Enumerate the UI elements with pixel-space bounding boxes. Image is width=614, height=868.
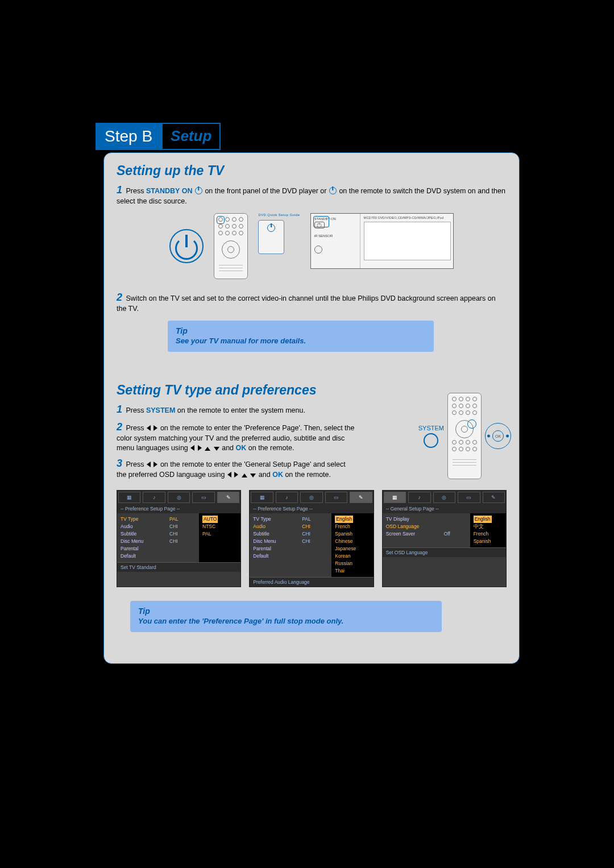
standby-on-text: STANDBY ON xyxy=(146,187,193,195)
section2: Setting TV type and preferences 1 Press … xyxy=(117,383,507,632)
ok-center-icon: OK xyxy=(492,430,504,442)
right-arrow-icon xyxy=(154,462,157,467)
osd-tab-icon: ▭ xyxy=(192,492,214,503)
ok-text: OK xyxy=(272,471,283,479)
osd-labels: TV Type Audio Subtitle Disc Menu Parenta… xyxy=(117,513,166,562)
osd-tab-icon: ♪ xyxy=(408,492,430,503)
osd-header: -- Preference Setup Page -- xyxy=(117,504,240,513)
up-arrow-icon xyxy=(242,474,247,477)
ok-text: OK xyxy=(236,444,247,452)
osd-tab-icon: ◎ xyxy=(168,492,190,503)
section1-illustration: DVD Quick Setup Guide STANDBY-ON iR SENS… xyxy=(117,213,507,279)
osd-footer: Set TV Standard xyxy=(117,562,240,572)
step-badge-right: Setup xyxy=(161,123,221,150)
ir-sensor-icon xyxy=(314,246,322,254)
osd-tab-icon: ▦ xyxy=(384,492,406,503)
left-arrow-icon xyxy=(190,445,194,451)
tip-body: See your TV manual for more details. xyxy=(176,337,426,345)
osd-values: PAL CHI CHI CHI xyxy=(298,513,331,577)
section1-step2: 2 Switch on the TV set and set to the co… xyxy=(117,290,507,314)
right-arrow-icon xyxy=(234,472,238,477)
step-number-3: 3 xyxy=(117,458,122,469)
left-arrow-icon xyxy=(147,462,151,467)
osd-preference-audio: ▦ ♪ ◎ ▭ ✎ -- Preference Setup Page -- TV… xyxy=(249,490,374,587)
osd-tab-icon: ▦ xyxy=(251,492,273,503)
osd-row: ▦ ♪ ◎ ▭ ✎ -- Preference Setup Page -- TV… xyxy=(117,490,507,587)
osd-tab-icon: ▭ xyxy=(325,492,347,503)
step-badge-left: Step B xyxy=(96,123,161,150)
step-number-2: 2 xyxy=(117,292,122,303)
osd-tab-icon: ◎ xyxy=(300,492,322,503)
dvd-standby-highlight xyxy=(313,216,329,227)
osd-options: English 中文 French Spanish xyxy=(470,513,506,547)
osd-labels: TV Display OSD Language Screen Saver xyxy=(383,513,441,547)
remote-illustration xyxy=(447,393,482,479)
remote-illustration xyxy=(214,213,248,279)
osd-general-osdlang: ▦ ♪ ◎ ▭ ✎ -- General Setup Page -- TV Di… xyxy=(382,490,507,587)
remote-power-highlight xyxy=(217,216,225,224)
tip-title: Tip xyxy=(138,607,434,616)
power-icon xyxy=(195,187,202,194)
dvd-display xyxy=(364,222,451,260)
ok-ring-illustration: OK xyxy=(485,423,511,449)
osd-tab-icon: ◎ xyxy=(433,492,455,503)
osd-tab-icon: ✎ xyxy=(483,492,505,503)
osd-values: Off xyxy=(441,513,470,547)
step-badge: Step B Setup xyxy=(96,123,221,150)
osd-footer: Preferred Audio Language xyxy=(250,577,373,587)
osd-options: English French Spanish Chinese Japanese … xyxy=(331,513,373,577)
down-arrow-icon xyxy=(250,474,256,477)
remote-closeup: DVD Quick Setup Guide xyxy=(258,213,300,254)
section2-step1: 1 Press SYSTEM on the remote to enter th… xyxy=(117,402,355,416)
system-button-highlight xyxy=(467,420,476,429)
left-arrow-icon xyxy=(227,472,231,477)
system-button-icon xyxy=(424,433,438,448)
system-text: SYSTEM xyxy=(146,406,175,414)
step-number-1: 1 xyxy=(117,404,122,415)
remote-system-illustration: SYSTEM xyxy=(418,393,511,479)
dvd-model-label: MCD700 DVD/VIDEO,CD/MP3-CD/WMA/JPEG,iPod xyxy=(364,216,450,219)
tip-title: Tip xyxy=(176,326,426,335)
osd-header: -- Preference Setup Page -- xyxy=(250,504,373,513)
step-number-2: 2 xyxy=(117,421,122,433)
left-arrow-icon xyxy=(147,425,151,431)
dvd-ir-label: iR SENSOR xyxy=(314,234,356,238)
osd-labels: TV Type Audio Subtitle Disc Menu Parenta… xyxy=(250,513,298,577)
tip-body: You can enter the 'Preference Page' in f… xyxy=(138,617,434,625)
osd-tab-icon: ✎ xyxy=(350,492,372,503)
tip-box-2: Tip You can enter the 'Preference Page' … xyxy=(130,601,442,632)
power-icon xyxy=(329,187,337,194)
osd-tab-icon: ♪ xyxy=(276,492,298,503)
up-arrow-icon xyxy=(205,447,210,451)
tip-box-1: Tip See your TV manual for more details. xyxy=(168,321,434,352)
big-power-icon xyxy=(169,229,204,263)
osd-tab-icon: ▭ xyxy=(458,492,480,503)
right-arrow-icon xyxy=(198,445,202,451)
osd-preference-tvtype: ▦ ♪ ◎ ▭ ✎ -- Preference Setup Page -- TV… xyxy=(117,490,241,587)
section2-step3: 3 Press on the remote to enter the 'Gene… xyxy=(117,456,355,480)
osd-tab-icon: ✎ xyxy=(217,492,239,503)
remote-power-closeup xyxy=(258,220,284,254)
osd-footer: Set OSD Language xyxy=(383,547,506,557)
section1-step1: 1 Press STANDBY ON on the front panel of… xyxy=(117,183,507,206)
osd-options: AUTO NTSC PAL xyxy=(199,513,240,562)
osd-tab-icon: ♪ xyxy=(143,492,165,503)
osd-tab-icon: ▦ xyxy=(118,492,140,503)
right-arrow-icon xyxy=(154,425,157,431)
system-label: SYSTEM xyxy=(418,425,444,431)
content-panel: Setting up the TV 1 Press STANDBY ON on … xyxy=(103,152,520,664)
power-icon xyxy=(267,224,275,232)
dvd-player-illustration: STANDBY-ON iR SENSOR MCD700 DVD/VIDEO,CD… xyxy=(310,213,454,269)
section2-step2: 2 Press on the remote to enter the 'Pref… xyxy=(117,420,355,453)
down-arrow-icon xyxy=(214,447,219,451)
osd-header: -- General Setup Page -- xyxy=(383,504,506,513)
step-number-1: 1 xyxy=(117,184,122,196)
section1-title: Setting up the TV xyxy=(117,163,507,178)
osd-values: PAL CHI CHI CHI xyxy=(166,513,199,562)
